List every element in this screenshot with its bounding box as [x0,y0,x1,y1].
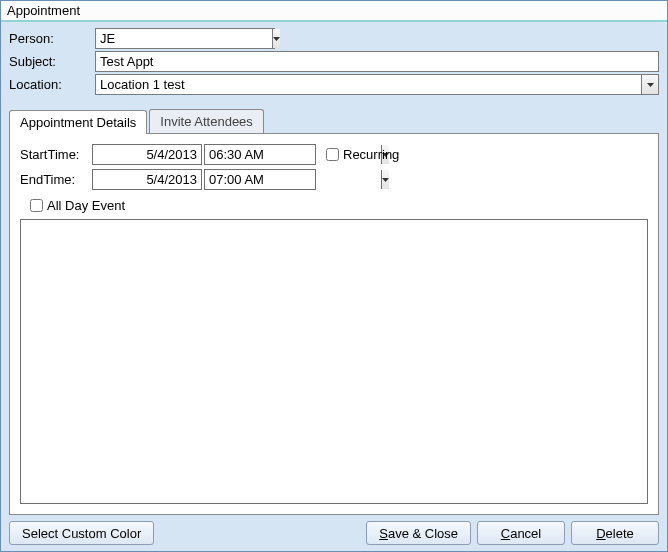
recurring-checkbox-wrap[interactable]: Recurring [326,147,399,162]
person-dropdown-button[interactable] [272,29,280,48]
location-combo[interactable] [95,74,659,95]
start-date-input[interactable] [92,144,202,165]
person-input[interactable] [96,29,272,48]
chevron-down-icon [273,37,280,41]
start-time-combo[interactable] [204,144,316,165]
location-input[interactable] [96,75,641,94]
save-close-button[interactable]: Save & Close [366,521,471,545]
end-time-dropdown-button[interactable] [381,170,389,189]
svg-marker-0 [273,37,280,41]
endtime-label: EndTime: [20,172,92,187]
notes-textarea[interactable] [20,219,648,504]
footer: Select Custom Color Save & Close Cancel … [1,515,667,551]
tab-invite-attendees[interactable]: Invite Attendees [149,109,264,133]
end-time-combo[interactable] [204,169,316,190]
chevron-down-icon [382,178,389,182]
window-title: Appointment [1,1,667,22]
svg-marker-1 [647,83,654,87]
subject-label: Subject: [9,54,95,69]
person-combo[interactable] [95,28,275,49]
footer-button-group: Save & Close Cancel Delete [366,521,659,545]
appointment-window: Appointment Person: Subject: Location: [0,0,668,552]
subject-field[interactable] [95,51,659,72]
tab-panel-details: StartTime: Recurring EndTime: [9,133,659,515]
allday-label: All Day Event [47,198,125,213]
location-dropdown-button[interactable] [641,75,658,94]
select-custom-color-button[interactable]: Select Custom Color [9,521,154,545]
cancel-button[interactable]: Cancel [477,521,565,545]
delete-button[interactable]: Delete [571,521,659,545]
allday-checkbox-wrap[interactable]: All Day Event [30,198,648,213]
tabstrip: Appointment Details Invite Attendees [9,109,659,133]
chevron-down-icon [647,83,654,87]
allday-checkbox[interactable] [30,199,43,212]
location-label: Location: [9,77,95,92]
end-time-input[interactable] [205,170,381,189]
svg-marker-3 [382,178,389,182]
person-label: Person: [9,31,95,46]
recurring-label: Recurring [343,147,399,162]
starttime-label: StartTime: [20,147,92,162]
subject-input[interactable] [96,52,658,71]
header-form: Person: Subject: Location: [1,22,667,103]
recurring-checkbox[interactable] [326,148,339,161]
tabs-container: Appointment Details Invite Attendees Sta… [1,103,667,515]
tab-appointment-details[interactable]: Appointment Details [9,110,147,134]
end-date-input[interactable] [92,169,202,190]
